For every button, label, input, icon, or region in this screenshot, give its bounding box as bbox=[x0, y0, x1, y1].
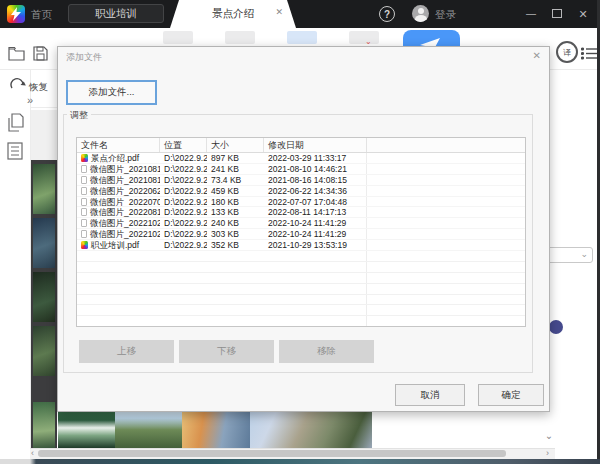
empty-table-row bbox=[77, 295, 525, 306]
file-location-cell: D:\2022.9.21... bbox=[160, 186, 207, 196]
toolbar-button[interactable] bbox=[287, 31, 317, 44]
file-icon bbox=[81, 219, 87, 227]
toolbar-button[interactable] bbox=[163, 31, 193, 44]
file-size-cell: 133 KB bbox=[207, 207, 264, 217]
outline-list-icon[interactable] bbox=[7, 142, 23, 164]
dialog-title: 添加文件 bbox=[66, 51, 102, 64]
page-thumbnail[interactable] bbox=[33, 402, 55, 450]
tab-label: 职业培训 bbox=[95, 7, 137, 21]
empty-table-row bbox=[77, 273, 525, 284]
table-row[interactable]: 景点介绍.pdfD:\2022.9.21...897 KB2022-03-29 … bbox=[77, 153, 525, 164]
open-folder-icon[interactable] bbox=[8, 46, 25, 65]
tab-attraction-intro[interactable]: 景点介绍 ✕ bbox=[170, 0, 296, 28]
scroll-right-icon[interactable]: › bbox=[546, 448, 549, 459]
titlebar: 首页 职业培训 景点介绍 ✕ ? 登录 — ✕ bbox=[0, 0, 600, 28]
page-thumbnail[interactable] bbox=[33, 218, 55, 268]
remove-button[interactable]: 移除 bbox=[279, 340, 374, 363]
scroll-left-icon[interactable]: ‹ bbox=[31, 448, 34, 459]
avatar-person-icon bbox=[418, 8, 424, 14]
page-thumbnail[interactable] bbox=[33, 326, 55, 376]
file-size-cell: 73.4 KB bbox=[207, 175, 264, 185]
file-modified-cell: 2022-07-07 17:04:48 bbox=[264, 197, 367, 207]
file-name-cell: 景点介绍.pdf bbox=[77, 153, 160, 163]
file-table[interactable]: 文件名位置大小修改日期 景点介绍.pdfD:\2022.9.21...897 K… bbox=[76, 137, 526, 327]
file-size-cell: 352 KB bbox=[207, 240, 264, 250]
file-modified-cell: 2022-08-11 14:17:13 bbox=[264, 207, 367, 217]
file-location-cell: D:\2022.9.21... bbox=[160, 229, 207, 239]
column-header[interactable] bbox=[367, 138, 525, 152]
file-name-cell: 微信图片_2022081... bbox=[77, 207, 160, 217]
page-thumbnail[interactable] bbox=[33, 164, 55, 214]
file-icon bbox=[81, 208, 87, 216]
empty-cell bbox=[367, 218, 525, 228]
ok-button[interactable]: 确定 bbox=[478, 384, 544, 406]
cancel-button[interactable]: 取消 bbox=[395, 384, 465, 406]
file-location-cell: D:\2022.9.21... bbox=[160, 240, 207, 250]
column-header[interactable]: 大小 bbox=[207, 138, 264, 152]
table-row[interactable]: 微信图片_2022102...D:\2022.9.21...303 KB2022… bbox=[77, 229, 525, 240]
table-row[interactable]: 微信图片_2022062...D:\2022.9.21...459 KB2022… bbox=[77, 186, 525, 197]
add-files-button[interactable]: 添加文件... bbox=[66, 80, 157, 105]
login-button[interactable]: 登录 bbox=[435, 8, 456, 22]
file-size-cell: 240 KB bbox=[207, 218, 264, 228]
table-row[interactable]: 微信图片_2021081...D:\2022.9.21...73.4 KB202… bbox=[77, 175, 525, 186]
toolbar-button[interactable] bbox=[225, 31, 255, 44]
move-up-button[interactable]: 上移 bbox=[79, 340, 174, 363]
file-name-cell: 微信图片_2021081... bbox=[77, 175, 160, 185]
thumbnail-panel[interactable] bbox=[31, 110, 57, 455]
empty-cell bbox=[367, 197, 525, 207]
column-header[interactable]: 修改日期 bbox=[264, 138, 367, 152]
expand-panel-icon[interactable]: » bbox=[27, 94, 33, 106]
tab-close-icon[interactable]: ✕ bbox=[275, 8, 283, 17]
column-header[interactable]: 位置 bbox=[160, 138, 207, 152]
file-name-cell: 职业培训.pdf bbox=[77, 240, 160, 250]
horizontal-scrollbar-thumb[interactable] bbox=[38, 450, 506, 457]
floating-color-dot[interactable] bbox=[549, 320, 563, 334]
maximize-icon[interactable] bbox=[552, 9, 562, 18]
table-row[interactable]: 微信图片_2021081...D:\2022.9.21...241 KB2021… bbox=[77, 164, 525, 175]
add-files-dialog: 添加文件 ✕ 添加文件... 调整 文件名位置大小修改日期 景点介绍.pdfD:… bbox=[57, 46, 550, 412]
close-window-icon[interactable]: ✕ bbox=[575, 6, 591, 22]
file-icon bbox=[81, 187, 87, 195]
minimize-icon[interactable]: — bbox=[523, 6, 539, 22]
dialog-close-icon[interactable]: ✕ bbox=[533, 50, 541, 61]
zoom-dropdown[interactable]: ⌄ bbox=[545, 247, 593, 263]
list-menu-icon[interactable] bbox=[581, 46, 597, 64]
app-window: 首页 职业培训 景点介绍 ✕ ? 登录 — ✕ ⌄ 译 恢复 bbox=[0, 0, 600, 464]
column-header[interactable]: 文件名 bbox=[77, 138, 160, 152]
toolbar-button[interactable] bbox=[349, 31, 379, 44]
empty-table-row bbox=[77, 316, 525, 327]
home-button[interactable]: 首页 bbox=[31, 8, 52, 22]
file-modified-cell: 2021-08-16 14:08:15 bbox=[264, 175, 367, 185]
desktop-strip bbox=[0, 459, 600, 464]
file-icon bbox=[81, 230, 87, 238]
empty-cell bbox=[367, 164, 525, 174]
table-row[interactable]: 微信图片_2022070...D:\2022.9.21...180 KB2022… bbox=[77, 197, 525, 208]
dropdown-caret-icon[interactable]: ⌄ bbox=[365, 37, 372, 46]
avatar[interactable] bbox=[412, 5, 429, 22]
page-thumbnails-icon[interactable] bbox=[7, 113, 24, 137]
table-row[interactable]: 微信图片_2022102...D:\2022.9.21...240 KB2022… bbox=[77, 218, 525, 229]
seal-icon[interactable]: 译 bbox=[556, 41, 578, 63]
table-row[interactable]: 微信图片_2022081...D:\2022.9.21...133 KB2022… bbox=[77, 207, 525, 218]
restore-redo-icon[interactable] bbox=[10, 77, 26, 95]
adjust-group-label: 调整 bbox=[67, 109, 91, 122]
app-logo-icon[interactable] bbox=[7, 5, 25, 23]
file-location-cell: D:\2022.9.21... bbox=[160, 175, 207, 185]
restore-label[interactable]: 恢复 bbox=[29, 81, 48, 94]
file-location-cell: D:\2022.9.21... bbox=[160, 153, 207, 163]
page-thumbnail[interactable] bbox=[33, 272, 55, 322]
table-row[interactable]: 职业培训.pdfD:\2022.9.21...352 KB2021-10-29 … bbox=[77, 240, 525, 251]
file-name-cell: 微信图片_2022102... bbox=[77, 229, 160, 239]
file-size-cell: 241 KB bbox=[207, 164, 264, 174]
move-down-button[interactable]: 下移 bbox=[179, 340, 274, 363]
tab-vocational-training[interactable]: 职业培训 bbox=[68, 4, 164, 23]
file-size-cell: 303 KB bbox=[207, 229, 264, 239]
file-size-cell: 459 KB bbox=[207, 186, 264, 196]
scroll-down-icon[interactable]: ⌄ bbox=[542, 431, 556, 445]
file-table-header: 文件名位置大小修改日期 bbox=[77, 138, 525, 153]
file-modified-cell: 2021-08-10 14:46:21 bbox=[264, 164, 367, 174]
file-name-cell: 微信图片_2022102... bbox=[77, 218, 160, 228]
help-icon[interactable]: ? bbox=[379, 6, 395, 22]
save-icon[interactable] bbox=[33, 46, 48, 65]
